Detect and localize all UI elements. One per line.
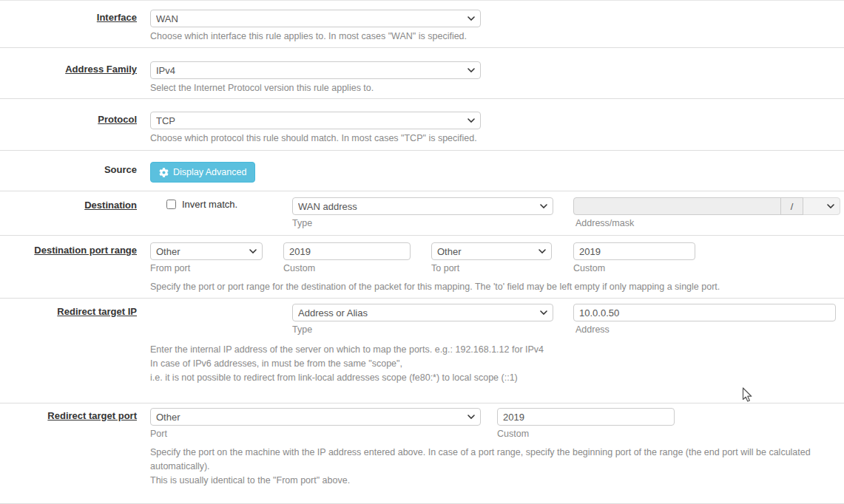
form-row-source: Source Display Advanced xyxy=(0,151,844,191)
redirect-port-custom-sublabel: Custom xyxy=(497,429,529,439)
form-row-redirect-target-port: Redirect target port Other Port Custom S… xyxy=(0,403,844,504)
interface-label: Interface xyxy=(0,12,137,23)
from-port-select-wrap: Other xyxy=(150,242,263,260)
destination-port-range-label: Destination port range xyxy=(0,245,137,256)
to-port-select-wrap: Other xyxy=(431,242,552,260)
from-port-select[interactable]: Other xyxy=(150,242,263,260)
redirect-target-port-label: Redirect target port xyxy=(0,410,137,421)
destination-mask-select xyxy=(803,197,840,215)
redirect-port-select[interactable]: Other xyxy=(150,408,481,426)
from-port-custom-sublabel: Custom xyxy=(283,263,315,273)
redirect-ip-address-input[interactable] xyxy=(573,304,836,321)
destination-type-select[interactable]: WAN address xyxy=(292,197,553,215)
display-advanced-button-label: Display Advanced xyxy=(173,167,246,177)
destination-address-sublabel: Address/mask xyxy=(575,218,634,228)
address-family-help-text: Select the Internet Protocol version thi… xyxy=(150,81,374,95)
form-row-destination: Destination Invert match. WAN address Ty… xyxy=(0,191,844,236)
from-port-custom-input[interactable] xyxy=(283,242,411,260)
interface-select[interactable]: WAN xyxy=(150,10,481,27)
from-port-sublabel: From port xyxy=(150,263,190,273)
address-family-label: Address Family xyxy=(0,64,137,75)
destination-type-sublabel: Type xyxy=(292,218,312,228)
protocol-label: Protocol xyxy=(0,114,137,125)
form-row-address-family: Address Family IPv4 Select the Internet … xyxy=(0,48,844,99)
to-port-custom-sublabel: Custom xyxy=(573,263,605,273)
invert-match-checkbox[interactable] xyxy=(166,200,176,209)
form-row-interface: Interface WAN Choose which interface thi… xyxy=(0,1,844,48)
redirect-ip-help-line2: In case of IPv6 addresses, in must be fr… xyxy=(150,357,842,371)
interface-select-wrap: WAN xyxy=(150,10,481,27)
destination-port-range-help-text: Specify the port or port range for the d… xyxy=(150,280,842,294)
protocol-help-text: Choose which protocol this rule should m… xyxy=(150,132,477,146)
nat-port-forward-edit-form: Interface WAN Choose which interface thi… xyxy=(0,0,844,504)
redirect-port-select-wrap: Other xyxy=(150,408,481,426)
redirect-port-custom-input[interactable] xyxy=(497,408,675,426)
redirect-ip-type-select-wrap: Address or Alias xyxy=(292,304,553,321)
redirect-port-sublabel: Port xyxy=(150,429,167,439)
address-family-select[interactable]: IPv4 xyxy=(150,61,481,79)
gear-icon xyxy=(159,168,169,177)
redirect-ip-type-select[interactable]: Address or Alias xyxy=(292,304,553,321)
source-label: Source xyxy=(0,164,137,175)
redirect-ip-type-sublabel: Type xyxy=(292,324,312,335)
protocol-select-wrap: TCP xyxy=(150,112,481,129)
address-mask-separator: / xyxy=(780,197,803,215)
redirect-ip-help-line1: Enter the internal IP address of the ser… xyxy=(150,343,842,357)
invert-match-checkbox-group: Invert match. xyxy=(166,199,237,210)
redirect-target-ip-help-text: Enter the internal IP address of the ser… xyxy=(150,343,842,385)
destination-label: Destination xyxy=(0,200,137,211)
to-port-select[interactable]: Other xyxy=(431,242,552,260)
redirect-target-ip-label: Redirect target IP xyxy=(0,306,137,317)
form-row-protocol: Protocol TCP Choose which protocol this … xyxy=(0,99,844,151)
invert-match-label: Invert match. xyxy=(182,199,237,210)
address-family-select-wrap: IPv4 xyxy=(150,61,481,79)
protocol-select[interactable]: TCP xyxy=(150,112,481,129)
redirect-port-help-line1: Specify the port on the machine with the… xyxy=(150,446,844,474)
destination-type-select-wrap: WAN address xyxy=(292,197,553,215)
form-row-redirect-target-ip: Redirect target IP Address or Alias Type… xyxy=(0,299,844,403)
redirect-ip-address-sublabel: Address xyxy=(575,324,610,335)
destination-address-group: / xyxy=(573,197,840,215)
form-row-destination-port-range: Destination port range Other From port C… xyxy=(0,236,844,299)
to-port-sublabel: To port xyxy=(431,263,459,273)
interface-help-text: Choose which interface this rule applies… xyxy=(150,30,467,44)
redirect-target-port-help-text: Specify the port on the machine with the… xyxy=(150,446,844,488)
destination-mask-select-wrap xyxy=(803,197,840,215)
redirect-port-help-line2: This is usually identical to the "From p… xyxy=(150,474,844,488)
redirect-ip-help-line3: i.e. it is not possible to redirect from… xyxy=(150,371,842,385)
destination-address-input xyxy=(573,197,781,215)
display-advanced-button[interactable]: Display Advanced xyxy=(150,162,255,183)
to-port-custom-input[interactable] xyxy=(573,242,695,260)
